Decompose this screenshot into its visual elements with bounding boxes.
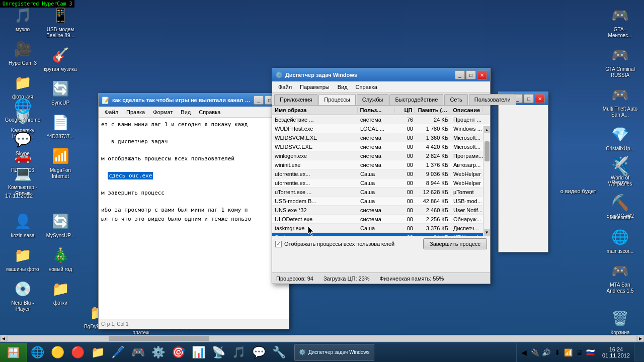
process-row-6[interactable]: utorrentie.ex... Саша 00 9 036 КБ WebHel…	[272, 169, 490, 178]
scroll-down-button[interactable]: ▼	[484, 229, 490, 236]
process-row-12[interactable]: taskmgr.exe Саша 00 3 376 КБ Диспетч...	[272, 224, 490, 233]
taskmanager-menu-params[interactable]: Параметры	[296, 83, 334, 91]
notepad-minimize-button[interactable]: _	[254, 96, 264, 105]
process-row-7[interactable]: utorrentie.ex... Саша 00 8 944 КБ WebHel…	[272, 178, 490, 188]
taskbar-icon-signal[interactable]: 📡	[209, 343, 228, 361]
process-row-0[interactable]: Бездействие ... система 76 24 КБ Процент…	[272, 115, 490, 124]
process-row-10[interactable]: UNS.exe *32 система 00 2 460 КБ User Not…	[272, 206, 490, 215]
tray-icon-signal2[interactable]: 📶	[564, 347, 574, 357]
col-header-desc[interactable]: Описание	[450, 107, 483, 113]
desktop-icon-megafon[interactable]: 📶 MegaFon Internet	[40, 143, 80, 182]
taskbar-icon-target[interactable]: 🎯	[169, 343, 188, 361]
desktop-icon-usbmodem[interactable]: 📱 USB-модем Beeline 89...	[40, 3, 80, 41]
desktop-icon-syncup[interactable]: 🔄 SyncUP	[40, 76, 80, 109]
tray-icon-volume[interactable]: 🔊	[541, 347, 551, 357]
process-row-4[interactable]: winlogon.exe система 00 2 824 КБ Програм…	[272, 151, 490, 160]
desktop-icon-mashiny[interactable]: 📁 машины фото	[3, 242, 43, 275]
process-row-9[interactable]: USB-modem B... Саша 00 42 864 КБ USB-mod…	[272, 197, 490, 206]
show-all-users-checkbox[interactable]: ✓	[275, 241, 282, 247]
hscroll-thumb[interactable]	[109, 336, 209, 341]
notepad-menu-edit[interactable]: Правка	[122, 108, 149, 116]
start-button[interactable]: 🪟	[0, 343, 27, 362]
taskbar-icon-yandex[interactable]: 🟡	[48, 343, 67, 361]
tab-users[interactable]: Пользователи	[469, 94, 516, 105]
taskbar-icon-opera[interactable]: 🔴	[68, 343, 87, 361]
col-header-name[interactable]: Имя образа	[272, 107, 358, 113]
desktop-icon-4d38[interactable]: 📄 ^4D38737...	[40, 110, 80, 142]
taskmanager-maximize-button[interactable]: □	[466, 70, 476, 79]
hscroll-left[interactable]: ◀	[0, 335, 7, 342]
tab-performance[interactable]: Быстродействие	[389, 94, 443, 105]
hscroll-track[interactable]	[8, 336, 636, 341]
tray-icon-arrow[interactable]: ◀	[519, 347, 529, 357]
process-row-11[interactable]: UIIODetect.exe система 00 2 256 КБ Обнар…	[272, 215, 490, 224]
process-row-2[interactable]: WLIDSVCM.EXE система 00 1 360 КБ Microso…	[272, 133, 490, 142]
desktop-icon-cristalix[interactable]: 💎 CristalixUp...	[600, 122, 640, 154]
tray-icon-pc[interactable]: 🖥	[575, 347, 585, 357]
notepad-menu-file[interactable]: Файл	[101, 108, 122, 116]
taskbar-icon-game[interactable]: 🎮	[128, 343, 147, 361]
tab-processes[interactable]: Процессы	[318, 94, 355, 105]
notepad-menu-view[interactable]: Вид	[177, 108, 195, 116]
taskbar-icon-skype-tray[interactable]: 💬	[249, 343, 268, 361]
desktop-icon-mysyncup[interactable]: 🔄 MySyncUP...	[40, 209, 80, 241]
taskbar-icon-chart[interactable]: 📊	[189, 343, 208, 361]
process-row-3[interactable]: WLIDSVC.EXE система 00 4 420 КБ Microsof…	[272, 142, 490, 151]
desktop-icon-mta[interactable]: 🎮 MTA San Andreas 1.5	[600, 258, 640, 297]
desktop-icon-chrome[interactable]: 🌐 Google Chrome	[3, 93, 43, 126]
scroll-up-button[interactable]: ▲	[484, 126, 490, 133]
tab-services[interactable]: Службы	[357, 94, 389, 105]
taskbar-icon-settings[interactable]: ⚙️	[148, 343, 168, 361]
col-header-cpu[interactable]: ЦП	[395, 107, 415, 113]
desktop-icon-minecraft[interactable]: ⛏️ Minecraft	[600, 191, 640, 223]
extra-close-button[interactable]: ✕	[535, 94, 545, 103]
desktop-icon-fotki[interactable]: 📁 фотки	[40, 276, 80, 309]
desktop-scrollbar[interactable]: ◀ ▶	[0, 335, 644, 342]
taskmanager-menu-help[interactable]: Справка	[352, 83, 381, 91]
taskbar-icon-chrome[interactable]: 🌐	[28, 343, 47, 361]
process-row-8[interactable]: uTorrent.exe ... Саша 00 12 628 КБ µTorr…	[272, 188, 490, 197]
process-row-1[interactable]: WUDFHost.exe LOCAL ... 00 1 780 КБ Windo…	[272, 124, 490, 133]
col-header-user[interactable]: Польз...	[358, 107, 395, 113]
taskbar-icon-music[interactable]: 🎵	[229, 343, 248, 361]
process-scrollbar[interactable]: ▲ ▼	[483, 126, 490, 236]
desktop-icon-skype[interactable]: 💬 Skype	[3, 127, 43, 159]
desktop-icon-gta-mento[interactable]: 🎮 GTA - Ментовс...	[600, 3, 640, 41]
tab-applications[interactable]: Приложения	[274, 94, 317, 105]
taskbar-icon-wrench[interactable]: 🔧	[269, 343, 288, 361]
taskbar-icon-explorer[interactable]: 📁	[88, 343, 107, 361]
col-header-mem[interactable]: Память (…	[415, 107, 450, 113]
desktop-icon-warplanes[interactable]: ✈️ World of Warplanes	[600, 151, 640, 190]
taskmanager-minimize-button[interactable]: _	[455, 70, 465, 79]
end-process-button[interactable]: Завершить процесс	[423, 238, 487, 249]
proc-cpu-13: 02	[395, 234, 416, 236]
hscroll-right[interactable]: ▶	[637, 335, 644, 342]
desktop-icon-muzika[interactable]: 🎸 крутая музика	[40, 42, 80, 75]
tab-network[interactable]: Сеть	[444, 94, 467, 105]
show-desktop-button[interactable]	[634, 343, 644, 361]
tray-icon-flag[interactable]: 🇷🇺	[586, 347, 596, 357]
desktop-icon-novygod[interactable]: 🎄 новый год	[40, 242, 80, 275]
taskmanager-menu-view[interactable]: Вид	[334, 83, 352, 91]
notepad-menu-format[interactable]: Формат	[149, 108, 177, 116]
process-row-13[interactable]: System система 02 84 КБ NT Kernel...	[272, 233, 490, 236]
tray-icon-network[interactable]: 🔌	[530, 347, 540, 357]
desktop-icon-kozin[interactable]: 👤 kozin.sasa	[3, 209, 43, 241]
tray-icon-torrent[interactable]: ⬇	[552, 347, 562, 357]
taskmanager-close-button[interactable]: ✕	[477, 70, 487, 79]
desktop-icon-nero[interactable]: 💿 Nero Blu - Player	[3, 276, 43, 315]
taskbar-clock[interactable]: 16:24 01.11.2012	[598, 346, 634, 358]
desktop-icon-hypercam[interactable]: 🎥 HyperCam 3	[3, 36, 43, 69]
process-row-5[interactable]: wininit.exe система 00 1 376 КБ Автозагр…	[272, 160, 490, 169]
notepad-content-area[interactable]: ет с вами мини лаг 1 и сегодня я покажу …	[99, 118, 289, 319]
extra-maximize-button[interactable]: □	[524, 94, 534, 103]
taskbar-icon-word[interactable]: 🖊️	[108, 343, 127, 361]
taskmanager-menu-file[interactable]: Файл	[274, 83, 296, 91]
scrollbar-thumb[interactable]	[485, 141, 490, 161]
desktop-icon-main-iscor[interactable]: 🌐 main.iscor...	[600, 224, 640, 257]
notepad-menu-help[interactable]: Справка	[195, 108, 224, 116]
desktop-icon-multi-theft[interactable]: 🎮 Multi Theft Auto San A...	[600, 82, 640, 121]
taskbar-item-taskmanager[interactable]: ⚙️ Диспетчер задач Windows	[294, 344, 374, 361]
desktop-icon-korzina[interactable]: 🗑️ Корзина	[600, 306, 640, 338]
desktop-icon-gta-criminal[interactable]: 🎮 GTA Criminal RUSSIA	[600, 42, 640, 81]
